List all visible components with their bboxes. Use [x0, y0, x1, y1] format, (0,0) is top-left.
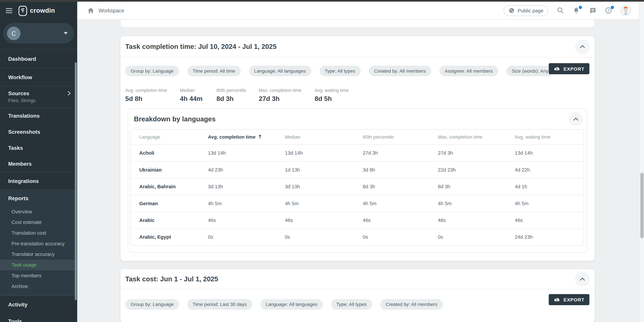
filter-chip-time-period[interactable]: Time period: All time: [187, 66, 240, 76]
filter-chip-language[interactable]: Language: All languages: [249, 66, 311, 76]
sidebar-item-label: Sources: [8, 90, 29, 96]
help-button[interactable]: ?: [604, 6, 612, 14]
sidebar-item-label: Dashboard: [8, 56, 36, 62]
column-header-max-completion-time[interactable]: Max. completion time: [438, 130, 515, 145]
column-header-language[interactable]: Language: [131, 130, 208, 145]
breakdown-card: Breakdown by languages LanguageAvg. comp…: [128, 108, 587, 253]
sort-asc-icon: [258, 134, 262, 139]
filter-chip-group-by[interactable]: Group by: Language: [125, 299, 179, 310]
sidebar-item-translations[interactable]: Translations: [0, 108, 77, 124]
sidebar-item-tasks[interactable]: Tasks: [0, 140, 77, 156]
export-button[interactable]: EXPORT: [549, 294, 589, 305]
value-cell: 0s: [285, 228, 363, 245]
sidebar-item-label: Reports: [8, 195, 28, 201]
sidebar-subitem-translation-cost[interactable]: Translation cost: [0, 228, 77, 238]
value-cell: 24d 23h: [515, 228, 584, 245]
search-button[interactable]: [556, 6, 564, 14]
breakdown-title: Breakdown by languages: [134, 115, 216, 123]
chevron-up-icon: [574, 118, 578, 120]
table-header-row: LanguageAvg. completion timeMedian80th p…: [131, 130, 584, 145]
sidebar-subitem-task-usage[interactable]: Task usage: [0, 260, 77, 270]
page-scrollbar[interactable]: [639, 2, 644, 322]
crowdin-logo-icon: [18, 5, 27, 16]
table-row-ukrainian: Ukrainian4d 23h1d 13h3d 8h22d 23h4d 22h: [131, 161, 584, 178]
filter-chip-group-by[interactable]: Group by: Language: [125, 66, 179, 76]
sidebar-item-label: Tools: [8, 318, 22, 322]
task-completion-card: Task completion time: Jul 10, 2024 - Jul…: [120, 36, 595, 261]
user-avatar[interactable]: [620, 5, 631, 16]
sidebar-subitem-pre-translation-accuracy[interactable]: Pre-translation accuracy: [0, 238, 77, 249]
filter-chip-size-words[interactable]: Size (words): Any: [506, 66, 554, 76]
sidebar-item-sources[interactable]: Sources Files, Strings: [0, 87, 77, 107]
page-scrollbar-thumb[interactable]: [640, 173, 644, 238]
collapse-button[interactable]: [569, 112, 583, 126]
stat-label: Median: [180, 88, 216, 93]
public-page-button[interactable]: Public page: [504, 5, 548, 16]
crowdin-logo[interactable]: crowdin: [18, 5, 55, 16]
sidebar-item-integrations[interactable]: Integrations: [0, 172, 77, 189]
sidebar-item-workflow[interactable]: Workflow: [0, 68, 77, 86]
collapse-button[interactable]: [575, 39, 590, 54]
value-cell: 3d 8h: [363, 161, 438, 178]
collapse-button[interactable]: [575, 272, 590, 286]
sidebar-item-label: Members: [8, 161, 32, 167]
sidebar-item-members[interactable]: Members: [0, 156, 77, 172]
sidebar-item-reports[interactable]: Reports: [0, 190, 77, 206]
sidebar-item-tools[interactable]: Tools: [0, 313, 77, 322]
column-header-80th-percentile[interactable]: 80th percentile: [363, 130, 438, 145]
language-cell: Arabic, Bahrain: [131, 178, 208, 195]
sidebar-item-label: Integrations: [8, 178, 39, 184]
sidebar-item-label: Tasks: [8, 145, 23, 151]
filter-chip-language[interactable]: Language: All languages: [260, 299, 323, 310]
messages-button[interactable]: [588, 6, 596, 14]
sidebar-subitem-translator-accuracy[interactable]: Translator accuracy: [0, 249, 77, 260]
crowdin-app: crowdin C Dashboard Workflow Sources: [0, 0, 644, 322]
filter-chip-type[interactable]: Type: All types: [319, 66, 360, 76]
topbar: Workspace Public page: [77, 2, 644, 20]
svg-text:?: ?: [607, 8, 609, 12]
task-cost-title: Task cost: Jun 1 - Jul 1, 2025: [125, 275, 218, 283]
value-cell: 22d 23h: [438, 161, 515, 178]
column-header-median[interactable]: Median: [285, 130, 363, 145]
globe-icon: [508, 7, 515, 13]
sidebar-scrollbar-thumb[interactable]: [75, 62, 77, 301]
sidebar-subitem-overview[interactable]: Overview: [0, 206, 77, 217]
hamburger-menu-button[interactable]: [5, 7, 13, 14]
value-cell: 4d 22h: [515, 161, 584, 178]
sidebar-item-activity[interactable]: Activity: [0, 296, 77, 313]
home-icon: [88, 7, 94, 13]
task-completion-body: EXPORT Group by: LanguageTime period: Al…: [120, 57, 595, 261]
filter-chip-created-by[interactable]: Created by: All members: [380, 299, 443, 310]
sidebar-subitem-cost-estimate[interactable]: Cost estimate: [0, 217, 77, 228]
filter-chip-created-by[interactable]: Created by: All members: [369, 66, 431, 76]
sidebar-subitem-archive[interactable]: Archive: [0, 281, 77, 292]
sidebar-item-dashboard[interactable]: Dashboard: [0, 50, 77, 68]
value-cell: 27d 3h: [438, 145, 515, 161]
value-cell: 4h 5m: [363, 195, 438, 211]
column-header-avg-completion-time[interactable]: Avg. completion time: [208, 130, 285, 145]
notifications-button[interactable]: [572, 6, 580, 14]
project-selector-section: C: [0, 20, 77, 50]
breadcrumb[interactable]: Workspace: [88, 7, 124, 13]
filter-chip-type[interactable]: Type: All types: [331, 299, 372, 310]
notification-badge: [579, 5, 582, 9]
sidebar-item-screenshots[interactable]: Screenshots: [0, 124, 77, 140]
stat-label: 80th percentile: [216, 88, 259, 93]
sidebar-nav: Dashboard Workflow Sources Files, String…: [0, 50, 77, 322]
sidebar-group-reports: Reports OverviewCost estimateTranslation…: [0, 190, 77, 296]
breakdown-table-wrap: LanguageAvg. completion timeMedian80th p…: [130, 129, 584, 246]
sidebar-subitem-top-members[interactable]: Top members: [0, 270, 77, 281]
language-cell: Arabic: [131, 212, 208, 228]
column-header-avg-waiting-time[interactable]: Avg. waiting time: [515, 130, 584, 145]
language-cell: Ukrainian: [131, 161, 208, 178]
table-row-acholi: Acholi13d 14h13d 14h27d 3h27d 3h13d 14h: [131, 145, 584, 161]
value-cell: 13d 14h: [208, 145, 285, 161]
export-button[interactable]: EXPORT: [549, 63, 589, 74]
bell-icon: [573, 7, 580, 14]
value-cell: 0s: [438, 228, 515, 245]
project-selector[interactable]: C: [3, 23, 74, 43]
sidebar: crowdin C Dashboard Workflow Sources: [0, 2, 77, 322]
filter-chip-assignee[interactable]: Assignee: All members: [439, 66, 498, 76]
stat-avg-waiting-time: Avg. waiting time8d 5h: [314, 88, 349, 103]
filter-chip-time-period[interactable]: Time period: Last 30 days: [187, 299, 252, 310]
